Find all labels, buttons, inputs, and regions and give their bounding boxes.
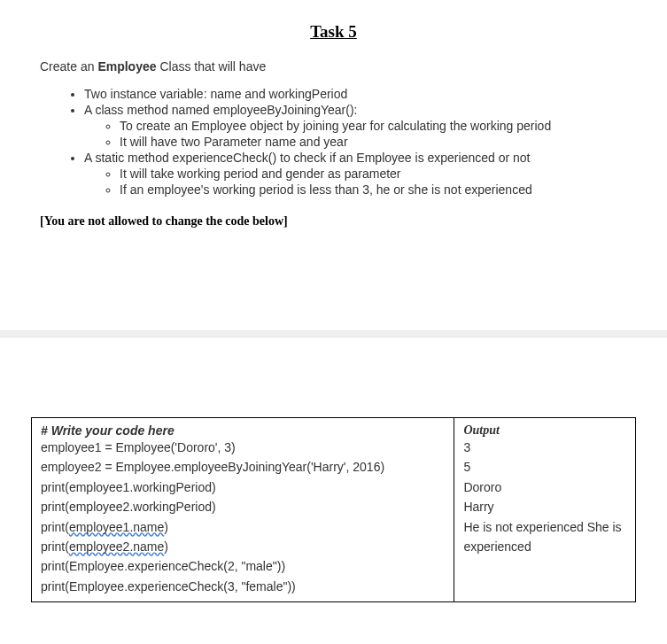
bullet-item: A static method experienceCheck() to che… (84, 151, 636, 197)
code-output-table: # Write your code here employee1 = Emplo… (31, 417, 636, 602)
sub-bullet-list: To create an Employee object by joining … (120, 119, 636, 149)
spellcheck-squiggle: employee2.name (69, 539, 164, 554)
code-line: print(Employee.experienceCheck(2, "male"… (41, 556, 445, 576)
spellcheck-squiggle: employee1.name (69, 520, 164, 534)
intro-prefix: Create an (40, 59, 97, 74)
code-line: print(employee2.name) (41, 537, 445, 556)
code-heading: # Write your code here (41, 423, 445, 438)
code-output-section: # Write your code here employee1 = Emplo… (0, 417, 667, 602)
output-line: 5 (463, 457, 626, 477)
code-line: print(Employee.experienceCheck(3, "femal… (41, 577, 445, 596)
document-body: Task 5 Create an Employee Class that wil… (0, 0, 667, 260)
output-line: 3 (463, 438, 626, 457)
output-line: Harry (463, 497, 626, 516)
code-cell: # Write your code here employee1 = Emplo… (32, 418, 454, 602)
intro-suffix: Class that will have (157, 59, 267, 74)
intro-line: Create an Employee Class that will have (40, 59, 627, 74)
page-divider (0, 330, 667, 338)
sub-bullet-list: It will take working period and gender a… (120, 167, 636, 197)
code-line: print(employee2.workingPeriod) (41, 497, 445, 516)
output-heading: Output (463, 423, 626, 438)
sub-bullet-item: It will have two Parameter name and year (120, 135, 636, 149)
code-line: print(employee1.name) (41, 517, 445, 537)
intro-bold: Employee (97, 59, 156, 74)
bullet-text: A static method experienceCheck() to che… (84, 151, 530, 165)
output-cell: Output 3 5 Dororo Harry He is not experi… (454, 418, 636, 602)
output-line: He is not experienced She is experienced (463, 517, 626, 557)
output-line: Dororo (463, 477, 626, 497)
task-title: Task 5 (31, 22, 636, 42)
restriction-note: [You are not allowed to change the code … (40, 214, 627, 229)
code-line: employee2 = Employee.employeeByJoiningYe… (41, 457, 445, 497)
bullet-list: Two instance variable: name and workingP… (84, 87, 636, 197)
sub-bullet-item: If an employee's working period is less … (120, 182, 636, 197)
code-line: employee1 = Employee('Dororo', 3) (41, 438, 445, 457)
sub-bullet-item: It will take working period and gender a… (120, 167, 636, 181)
bullet-item: A class method named employeeByJoiningYe… (84, 103, 636, 149)
bullet-text: A class method named employeeByJoiningYe… (84, 103, 357, 117)
sub-bullet-item: To create an Employee object by joining … (120, 119, 636, 133)
bullet-item: Two instance variable: name and workingP… (84, 87, 636, 101)
